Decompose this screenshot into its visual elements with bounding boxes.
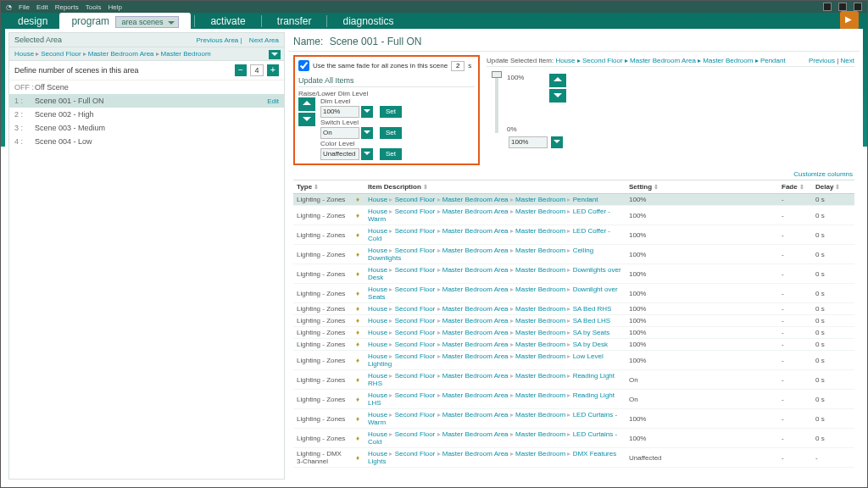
lower-dim-button[interactable]	[298, 113, 315, 126]
item-description[interactable]: House ▸ Second Floor ▸ Master Bedroom Ar…	[364, 448, 626, 468]
table-row[interactable]: Lighting - Zones♦House ▸ Second Floor ▸ …	[293, 206, 854, 225]
item-description[interactable]: House ▸ Second Floor ▸ Master Bedroom Ar…	[364, 409, 626, 429]
crumb-1[interactable]: Second Floor	[41, 50, 81, 58]
scene-count-minus[interactable]: −	[235, 64, 247, 76]
col-header[interactable]	[353, 180, 364, 194]
table-row[interactable]: Lighting - Zones♦House ▸ Second Floor ▸ …	[293, 303, 854, 315]
scene-row[interactable]: 2 :Scene 002 - High	[9, 108, 284, 121]
item-description[interactable]: House ▸ Second Floor ▸ Master Bedroom Ar…	[364, 429, 626, 448]
item-description[interactable]: House ▸ Second Floor ▸ Master Bedroom Ar…	[364, 264, 626, 284]
item-description[interactable]: House ▸ Second Floor ▸ Master Bedroom Ar…	[364, 370, 626, 390]
crumb-3[interactable]: Master Bedroom	[161, 50, 211, 58]
next-item-link[interactable]: Next	[841, 57, 854, 64]
table-row[interactable]: Lighting - Zones♦House ▸ Second Floor ▸ …	[293, 409, 854, 429]
window-close[interactable]	[854, 3, 862, 11]
edit-live-button[interactable]	[840, 11, 859, 30]
switch-level-select[interactable]: On	[320, 127, 359, 139]
scene-count-plus[interactable]: +	[267, 64, 279, 76]
col-header[interactable]: Item Description⇕	[364, 180, 626, 194]
item-description[interactable]: House ▸ Second Floor ▸ Master Bedroom Ar…	[364, 390, 626, 409]
window-minimize[interactable]	[823, 3, 832, 11]
tab-activate[interactable]: activate	[198, 13, 257, 30]
selected-lower-button[interactable]	[549, 89, 566, 103]
scene-row[interactable]: 4 :Scene 004 - Low	[9, 135, 284, 148]
item-description[interactable]: House ▸ Second Floor ▸ Master Bedroom Ar…	[364, 315, 626, 327]
col-header[interactable]: Setting⇕	[626, 180, 778, 194]
table-row[interactable]: Lighting - Zones♦House ▸ Second Floor ▸ …	[293, 245, 854, 264]
item-description[interactable]: House ▸ Second Floor ▸ Master Bedroom Ar…	[364, 245, 626, 264]
dim-set-button[interactable]: Set	[380, 106, 402, 118]
table-row[interactable]: Lighting - Zones♦House ▸ Second Floor ▸ …	[293, 351, 854, 370]
crumb-2[interactable]: Master Bedroom Area	[88, 50, 154, 58]
tab-diagnostics[interactable]: diagnostics	[331, 13, 405, 30]
color-level-dropdown[interactable]	[361, 148, 373, 160]
item-description[interactable]: House ▸ Second Floor ▸ Master Bedroom Ar…	[364, 303, 626, 315]
area-breadcrumb[interactable]: House▸ Second Floor▸ Master Bedroom Area…	[9, 47, 284, 61]
table-row[interactable]: Lighting - Zones♦House ▸ Second Floor ▸ …	[293, 194, 854, 206]
breadcrumb-dropdown[interactable]	[269, 50, 281, 59]
same-fade-checkbox[interactable]	[298, 60, 309, 71]
table-row[interactable]: Lighting - Zones♦House ▸ Second Floor ▸ …	[293, 339, 854, 351]
table-row[interactable]: Lighting - Zones♦House ▸ Second Floor ▸ …	[293, 225, 854, 245]
menu-help[interactable]: Help	[108, 3, 121, 11]
tab-transfer[interactable]: transfer	[265, 13, 324, 30]
table-row[interactable]: Lighting - Zones♦House ▸ Second Floor ▸ …	[293, 429, 854, 448]
dim-level-dropdown[interactable]	[361, 106, 373, 118]
dim-level-select[interactable]: 100%	[320, 106, 359, 118]
bulb-icon: ♦	[356, 290, 359, 297]
tab-design[interactable]: design	[6, 13, 59, 30]
switch-level-label: Switch Level	[320, 119, 402, 126]
scene-edit-link[interactable]: Edit	[267, 97, 279, 105]
next-area-link[interactable]: Next Area	[249, 36, 279, 44]
col-header[interactable]: Type⇕	[293, 180, 353, 194]
col-header[interactable]: Fade⇕	[778, 180, 812, 194]
item-description[interactable]: House ▸ Second Floor ▸ Master Bedroom Ar…	[364, 194, 626, 206]
table-row[interactable]: Lighting - Zones♦House ▸ Second Floor ▸ …	[293, 264, 854, 284]
item-description[interactable]: House ▸ Second Floor ▸ Master Bedroom Ar…	[364, 339, 626, 351]
update-selected-label: Update Selected Item:	[487, 57, 554, 64]
table-row[interactable]: Lighting - Zones♦House ▸ Second Floor ▸ …	[293, 327, 854, 339]
selected-raise-button[interactable]	[549, 74, 566, 87]
table-row[interactable]: Lighting - Zones♦House ▸ Second Floor ▸ …	[293, 370, 854, 390]
item-description[interactable]: House ▸ Second Floor ▸ Master Bedroom Ar…	[364, 206, 626, 225]
slider-thumb[interactable]	[492, 71, 502, 78]
col-header[interactable]: Delay⇕	[812, 180, 854, 194]
bulb-icon: ♦	[356, 357, 359, 364]
menu-edit[interactable]: Edit	[36, 3, 48, 11]
selected-level-dropdown[interactable]	[551, 136, 563, 148]
previous-area-link[interactable]: Previous Area	[197, 36, 239, 44]
raise-dim-button[interactable]	[298, 97, 315, 111]
fade-seconds-input[interactable]	[451, 61, 465, 71]
table-row[interactable]: Lighting - Zones♦House ▸ Second Floor ▸ …	[293, 284, 854, 303]
customize-columns-link[interactable]: Customize columns	[793, 170, 853, 178]
prev-item-link[interactable]: Previous	[809, 57, 835, 64]
item-description[interactable]: House ▸ Second Floor ▸ Master Bedroom Ar…	[364, 225, 626, 245]
selected-item-path[interactable]: House ▸ Second Floor ▸ Master Bedroom Ar…	[555, 57, 785, 64]
color-set-button[interactable]: Set	[380, 148, 402, 160]
tab-program[interactable]: program area scenes	[59, 13, 191, 30]
scene-row[interactable]: 3 :Scene 003 - Medium	[9, 121, 284, 135]
table-row[interactable]: Lighting - DMX 3-Channel♦House ▸ Second …	[293, 448, 854, 468]
switch-set-button[interactable]: Set	[380, 127, 402, 139]
window-maximize[interactable]	[838, 3, 847, 11]
program-subselect[interactable]: area scenes	[115, 16, 179, 28]
item-description[interactable]: House ▸ Second Floor ▸ Master Bedroom Ar…	[364, 351, 626, 370]
bulb-icon: ♦	[356, 212, 359, 219]
item-description[interactable]: House ▸ Second Floor ▸ Master Bedroom Ar…	[364, 284, 626, 303]
item-description[interactable]: House ▸ Second Floor ▸ Master Bedroom Ar…	[364, 327, 626, 339]
scene-row[interactable]: OFF :Off Scene	[9, 80, 284, 94]
selected-level-select[interactable]: 100%	[509, 136, 548, 148]
menu-tools[interactable]: Tools	[86, 3, 102, 11]
crumb-0[interactable]: House	[14, 50, 34, 58]
bulb-icon: ♦	[356, 329, 359, 336]
bulb-icon: ♦	[356, 231, 359, 239]
scene-row[interactable]: 1 :Scene 001 - Full ONEdit	[9, 94, 284, 108]
switch-level-dropdown[interactable]	[361, 127, 373, 139]
table-row[interactable]: Lighting - Zones♦House ▸ Second Floor ▸ …	[293, 315, 854, 327]
table-row[interactable]: Lighting - Zones♦House ▸ Second Floor ▸ …	[293, 390, 854, 409]
menu-file[interactable]: File	[19, 3, 30, 11]
color-level-select[interactable]: Unaffected	[320, 148, 359, 160]
scene-count-value[interactable]: 4	[250, 64, 264, 76]
menu-reports[interactable]: Reports	[55, 3, 79, 11]
level-slider[interactable]	[495, 74, 498, 133]
